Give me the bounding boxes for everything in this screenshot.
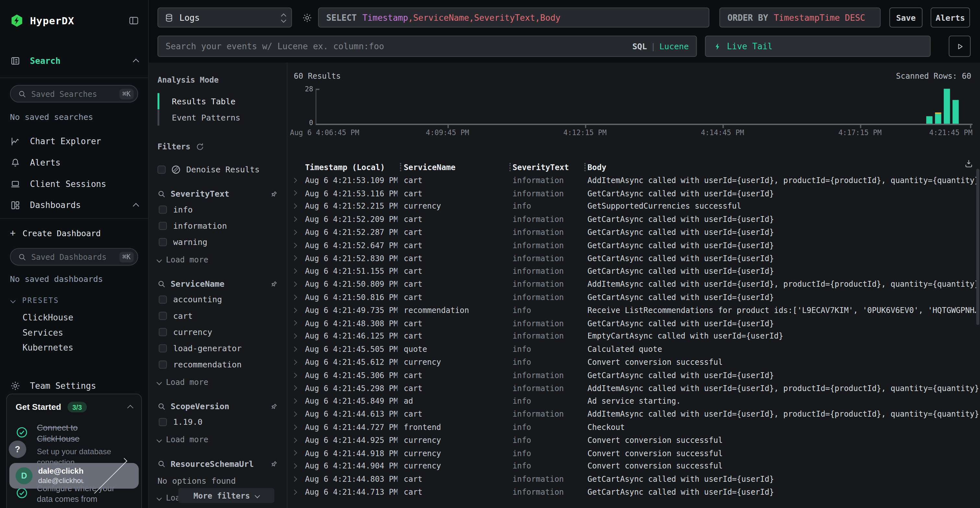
table-row[interactable]: Aug 6 4:21:44.613 PMcartinformationAddIt… [288,408,980,421]
search-icon[interactable] [158,190,165,198]
load-more-button[interactable]: Load more [158,435,278,444]
histogram-bar[interactable] [935,114,941,124]
table-row[interactable]: Aug 6 4:21:45.306 PMcartinformationGetCa… [288,369,980,382]
col-timestamp[interactable]: Timestamp (Local) [305,162,397,171]
filter-option-recommendation[interactable]: recommendation [158,359,278,370]
live-tail-button[interactable]: Live Tail [705,36,931,57]
row-expand-icon[interactable] [288,386,305,390]
filter-option-load-generator[interactable]: load-generator [158,343,278,354]
checkbox[interactable] [159,328,167,336]
sidebar-item-alerts[interactable]: Alerts [0,152,148,173]
checkbox[interactable] [159,344,167,352]
source-select[interactable]: Logs [158,8,292,27]
row-expand-icon[interactable] [288,230,305,234]
table-row[interactable]: Aug 6 4:21:44.904 PMcurrencyinfoConvert … [288,460,980,473]
source-settings-gear-icon[interactable] [302,12,312,23]
table-row[interactable]: Aug 6 4:21:52.830 PMcartinformationGetCa… [288,252,980,265]
preset-item-clickhouse[interactable]: ClickHouse [0,310,148,325]
row-expand-icon[interactable] [288,360,305,364]
analysis-mode-tab-results-table[interactable]: Results Table [158,93,278,109]
get-started-header[interactable]: Get Started 3/3 [16,402,132,413]
filter-option-information[interactable]: information [158,221,278,231]
pin-icon[interactable] [269,189,278,198]
histogram-bar-warning[interactable] [935,113,941,114]
table-row[interactable]: Aug 6 4:21:53.116 PMcartinformationGetCa… [288,187,980,200]
row-expand-icon[interactable] [288,205,305,208]
table-row[interactable]: Aug 6 4:21:45.505 PMquoteinfoCalculated … [288,343,980,356]
table-row[interactable]: Aug 6 4:21:45.849 PMadinfoAd service sta… [288,395,980,408]
checkbox[interactable] [159,360,167,369]
saved-searches-input[interactable]: Saved Searches ⌘K [10,85,138,102]
row-expand-icon[interactable] [288,217,305,221]
row-expand-icon[interactable] [288,295,305,299]
table-row[interactable]: Aug 6 4:21:52.209 PMcartinformationGetCa… [288,213,980,225]
sidebar-item-team-settings[interactable]: Team Settings [0,375,148,396]
row-expand-icon[interactable] [288,438,305,442]
row-expand-icon[interactable] [288,425,305,429]
row-expand-icon[interactable] [288,283,305,286]
table-row[interactable]: Aug 6 4:21:53.109 PMcartinformationAddIt… [288,174,980,187]
table-row[interactable]: Aug 6 4:21:45.612 PMcurrencyinfoConvert … [288,356,980,369]
histogram-plot[interactable]: 28 0 Aug 6 4:06:45 PM4:09:45 PM4:12:15 P… [316,89,972,124]
column-separator[interactable] [509,163,511,171]
row-expand-icon[interactable] [288,308,305,312]
table-row[interactable]: Aug 6 4:21:52.647 PMcartinformationGetCa… [288,239,980,252]
checkbox[interactable] [159,295,167,303]
order-by-input[interactable]: ORDER BY TimestampTime DESC [719,8,881,27]
row-expand-icon[interactable] [288,413,305,416]
get-started-step-1[interactable]: Connect to ClickHouse Set up your databa… [16,422,132,468]
table-row[interactable]: Aug 6 4:21:44.918 PMcurrencyinfoConvert … [288,446,980,459]
row-expand-icon[interactable] [288,373,305,377]
pin-icon[interactable] [269,402,278,411]
load-more-button[interactable]: Load more [158,255,278,264]
checkbox[interactable] [158,165,165,174]
sidebar-item-dashboards[interactable]: Dashboards [0,194,148,216]
filter-option-info[interactable]: info [158,205,278,215]
checkbox[interactable] [159,238,167,246]
histogram-bar[interactable] [953,100,959,124]
filter-option-warning[interactable]: warning [158,237,278,248]
table-row[interactable]: Aug 6 4:21:50.816 PMcartinformationGetCa… [288,291,980,303]
presets-toggle[interactable]: PRESETS [0,296,148,305]
more-filters-button[interactable]: More filters [178,488,275,503]
search-icon[interactable] [158,280,165,288]
saved-dashboards-input[interactable]: Saved Dashboards ⌘K [10,248,138,266]
row-expand-icon[interactable] [288,178,305,182]
table-row[interactable]: Aug 6 4:21:51.155 PMcartinformationGetCa… [288,265,980,278]
histogram-bar[interactable] [926,116,932,124]
vertical-scrollbar[interactable] [976,125,979,508]
table-row[interactable]: Aug 6 4:21:52.215 PMcurrencyinfoGetSuppo… [288,200,980,213]
table-row[interactable]: Aug 6 4:21:44.925 PMcurrencyinfoConvert … [288,433,980,446]
filter-option-currency[interactable]: currency [158,327,278,338]
sidebar-item-client-sessions[interactable]: Client Sessions [0,173,148,194]
save-button[interactable]: Save [889,8,922,27]
row-expand-icon[interactable] [288,321,305,325]
table-row[interactable]: Aug 6 4:21:48.308 PMcartinformationGetCa… [288,316,980,330]
row-expand-icon[interactable] [288,451,305,455]
row-expand-icon[interactable] [288,400,305,403]
event-search-input[interactable]: Search your events w/ Lucene ex. column:… [158,36,697,57]
create-dashboard-button[interactable]: + Create Dashboard [0,225,148,241]
row-expand-icon[interactable] [288,270,305,273]
col-severitytext[interactable]: SeverityText [512,162,582,171]
load-more-button[interactable]: Load more [158,378,278,387]
table-row[interactable]: Aug 6 4:21:50.809 PMcartinformationAddIt… [288,278,980,291]
checkbox[interactable] [159,205,167,213]
table-row[interactable]: Aug 6 4:21:44.803 PMcartinformationGetCa… [288,473,980,486]
filter-option-1.19.0[interactable]: 1.19.0 [158,417,278,427]
sidebar-item-search[interactable]: Search [0,50,148,71]
row-expand-icon[interactable] [288,334,305,338]
checkbox[interactable] [159,312,167,320]
search-icon[interactable] [158,402,165,411]
col-body[interactable]: Body [587,162,980,171]
column-separator[interactable] [584,163,585,171]
help-button[interactable]: ? [9,441,26,458]
denoise-results-option[interactable]: Denoise Results [158,165,278,174]
table-row[interactable]: Aug 6 4:21:52.287 PMcartinformationGetCa… [288,226,980,239]
table-row[interactable]: Aug 6 4:21:44.727 PMfrontendinfoCheckout [288,421,980,433]
preset-item-kubernetes[interactable]: Kubernetes [0,340,148,355]
collapse-sidebar-icon[interactable] [128,15,139,26]
row-expand-icon[interactable] [288,257,305,260]
filter-option-accounting[interactable]: accounting [158,294,278,305]
pin-icon[interactable] [269,279,278,288]
